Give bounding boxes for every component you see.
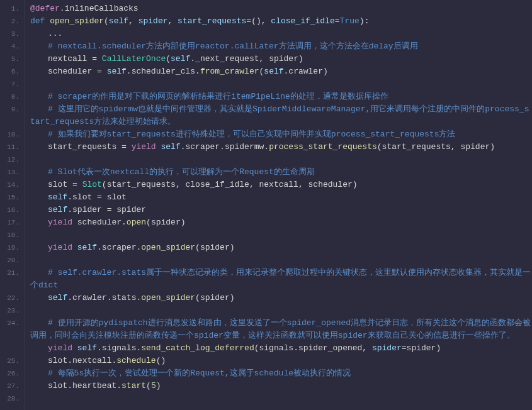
code-token: # 使用开源的pydispatch进行消息发送和路由，这里发送了一个spider… <box>30 318 531 340</box>
code-token: = <box>122 142 132 152</box>
line-number: 20. <box>3 254 20 267</box>
code-token: nextcall <box>259 180 298 189</box>
code-token: _next_request <box>195 54 259 64</box>
code-token: spider <box>139 16 168 26</box>
code-token: = <box>72 180 82 189</box>
code-token: . <box>195 67 200 76</box>
line-number: 17. <box>3 216 20 229</box>
line-number: 16. <box>3 204 20 216</box>
code-token: = <box>402 343 407 353</box>
code-token: spider <box>116 205 146 214</box>
code-token: close_if_idle <box>185 180 249 189</box>
code-line <box>30 78 532 91</box>
code-token: , <box>168 16 178 26</box>
code-token: ) <box>230 293 235 302</box>
code-token: ( <box>146 218 151 227</box>
code-token: open_spider <box>50 16 104 26</box>
code-area[interactable]: @defer.inlineCallbacksdef open_spider(se… <box>25 0 532 410</box>
code-token: . <box>67 293 72 302</box>
code-token: scheduler_cls <box>132 67 195 76</box>
code-token: , <box>128 16 139 26</box>
line-number: 13. <box>3 166 20 179</box>
code-token: open_spider <box>141 293 195 302</box>
line-number: 5. <box>3 53 20 65</box>
code-token: . <box>67 356 72 365</box>
code-token: , <box>249 180 259 189</box>
code-line: @defer.inlineCallbacks <box>30 3 532 15</box>
code-line: slot.heartbeat.start(5) <box>30 380 532 392</box>
code-token: . <box>67 205 72 214</box>
code-token: start <box>122 381 146 391</box>
code-token: . <box>122 218 127 227</box>
code-line <box>30 304 532 317</box>
code-line: # Slot代表一次nextcall的执行，可以理解为一个Request的生命周… <box>30 166 532 179</box>
code-token: scheduler <box>48 67 97 76</box>
code-line: # self.crawler.stats属于一种状态记录的类，用来记录整个爬取过… <box>30 267 532 292</box>
code-token: Slot <box>82 180 102 189</box>
code-token: ) <box>353 180 358 189</box>
code-token: self <box>48 192 67 202</box>
code-token: # 每隔5s执行一次，尝试处理一个新的Request,这属于schedule被动… <box>48 368 351 378</box>
code-token: . <box>127 67 132 76</box>
code-token: start_requests <box>382 142 451 152</box>
code-token: ) <box>490 142 495 152</box>
code-token: # self.crawler.stats属于一种状态记录的类，用来记录整个爬取过… <box>30 268 531 290</box>
code-token: spider_opened <box>298 343 362 353</box>
code-token: spider <box>407 343 436 353</box>
line-number: 8. <box>3 91 20 103</box>
code-token: start_requests <box>48 142 122 152</box>
code-token: spider <box>269 54 298 64</box>
code-token: scheduler <box>308 180 353 189</box>
line-number: 1. <box>3 3 20 15</box>
code-token: ( <box>102 180 107 189</box>
code-token: , <box>261 16 271 26</box>
code-token: ( <box>104 16 109 26</box>
code-token: , <box>362 343 372 353</box>
line-number: 28. <box>3 392 20 405</box>
code-token: spidermw <box>225 142 264 152</box>
code-token: yield <box>48 243 77 252</box>
code-token: ... <box>48 29 62 38</box>
line-number: 12. <box>3 153 20 166</box>
code-token: process_start_requests <box>269 142 377 152</box>
line-number: 11. <box>3 141 20 153</box>
code-token: . <box>67 381 72 391</box>
code-token: . <box>60 4 65 13</box>
code-token: send_catch_log_deferred <box>141 343 254 353</box>
code-token: . <box>220 142 225 152</box>
code-token: crawler <box>72 293 107 302</box>
code-token: spider <box>372 343 402 353</box>
code-line: def open_spider(self, spider, start_requ… <box>30 15 532 28</box>
code-token: scraper <box>102 243 137 252</box>
code-token: ( <box>254 343 259 353</box>
code-line <box>30 153 532 166</box>
code-token: slot <box>48 180 72 189</box>
line-number: 23. <box>3 304 20 317</box>
code-line: start_requests = yield self.scraper.spid… <box>30 141 532 153</box>
code-line: ... <box>30 28 532 40</box>
code-token: ) <box>323 67 328 76</box>
line-number: 4. <box>3 40 20 53</box>
code-token: # nextcall.scheduler方法内部使用reactor.callLa… <box>48 42 418 51</box>
code-token: ( <box>377 142 382 152</box>
code-line: # nextcall.scheduler方法内部使用reactor.callLa… <box>30 40 532 53</box>
code-token: : <box>365 16 370 26</box>
code-token: yield <box>48 343 77 353</box>
code-token: ( <box>195 293 200 302</box>
code-token: . <box>116 381 122 391</box>
line-number: 2. <box>3 15 20 28</box>
code-token: @defer <box>30 4 60 13</box>
code-token: spider <box>460 142 490 152</box>
code-token: self <box>107 67 127 76</box>
code-token: stats <box>111 293 136 302</box>
code-token: = <box>246 16 251 26</box>
line-number: 15. <box>3 191 20 204</box>
code-token: spider <box>200 243 230 252</box>
line-number: 14. <box>3 179 20 191</box>
code-token: # scraper的作用是对下载的网页的解析结果进行itemPipeLine的处… <box>48 92 388 101</box>
code-token: nextcall <box>48 54 92 64</box>
code-token: slot <box>107 192 127 202</box>
line-number: 24. <box>3 317 20 355</box>
code-token: from_crawler <box>200 67 259 76</box>
code-line: # 这里用它的spidermw也就是中间件管理器，其实就是SpiderMiddl… <box>30 103 532 128</box>
